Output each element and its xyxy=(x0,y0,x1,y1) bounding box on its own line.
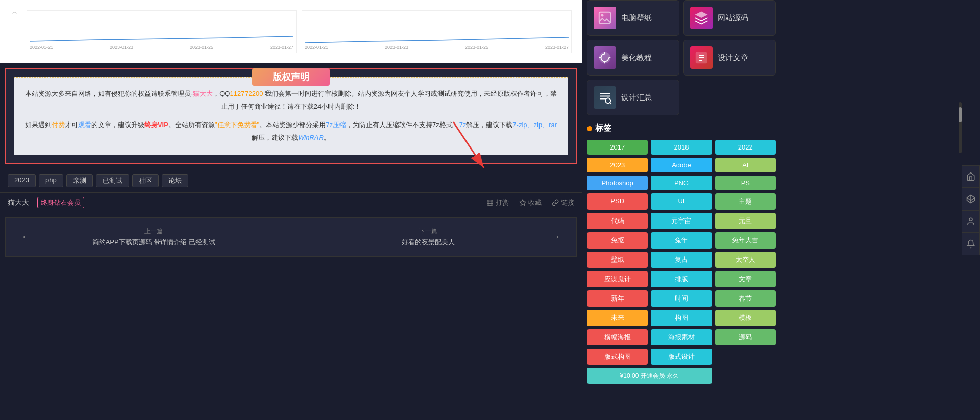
sidebar-tags-section: 标签 2017 2018 2022 2023 Adobe AI Photosho… xyxy=(587,123,776,384)
tag-code[interactable]: 代码 xyxy=(587,213,648,229)
tag-poster-material[interactable]: 海报素材 xyxy=(651,329,712,345)
tag-2023[interactable]: 2023 xyxy=(8,174,36,187)
tag-ui[interactable]: UI xyxy=(651,193,712,210)
copyright-paragraph1: 本站资源大多来自网络，如有侵犯你的权益请联系管理员-猫大大，QQ11277220… xyxy=(24,88,557,113)
tag-2017[interactable]: 2017 xyxy=(587,140,648,155)
tag-new-year-day[interactable]: 元旦 xyxy=(715,213,776,229)
svg-rect-2 xyxy=(487,200,493,206)
copyright-inner: 版权声明 本站资源大多来自网络，如有侵犯你的权益请联系管理员-猫大大，QQ112… xyxy=(14,77,568,155)
tag-php[interactable]: php xyxy=(39,174,63,187)
tag-vintage[interactable]: 复古 xyxy=(651,252,712,268)
user-side-icon[interactable] xyxy=(962,210,980,233)
tag-source-code[interactable]: 源码 xyxy=(715,329,776,345)
tag-template[interactable]: 模板 xyxy=(715,310,776,326)
tag-theme[interactable]: 主题 xyxy=(715,193,776,210)
tag-spring-festival[interactable]: 春节 xyxy=(715,290,776,307)
next-arrow-icon: → xyxy=(550,230,561,243)
post-navigation: ← 上一篇 简约APP下载页源码 带详情介绍 已经测试 下一篇 好看的夜景配美人… xyxy=(5,217,577,257)
sidebar-card-design-article[interactable]: 设计文章 xyxy=(683,40,776,76)
tag-format-design[interactable]: 版式设计 xyxy=(651,349,712,365)
7z-text: 7z压缩 xyxy=(326,121,346,129)
tag-2018[interactable]: 2018 xyxy=(651,140,712,155)
pin-action[interactable]: 打赏 xyxy=(486,198,509,207)
watch-text: 观看 xyxy=(78,121,91,129)
tags-grid: 2017 2018 2022 2023 Adobe AI Photoshop P… xyxy=(587,140,776,384)
collect-action[interactable]: 收藏 xyxy=(519,198,542,207)
design-article-label: 设计文章 xyxy=(718,53,748,63)
tag-rabbit-year[interactable]: 兔年 xyxy=(651,232,712,249)
source-label: 网站源码 xyxy=(718,13,748,23)
summary-thumb xyxy=(594,86,616,109)
svg-point-15 xyxy=(969,218,972,221)
tag-composition[interactable]: 构图 xyxy=(651,310,712,326)
tag-qince[interactable]: 亲测 xyxy=(66,174,93,187)
tag-conspiracy[interactable]: 应谋鬼计 xyxy=(587,271,648,287)
svg-marker-7 xyxy=(520,200,526,205)
zip-links[interactable]: 7-zip、zip、rar xyxy=(512,121,557,129)
design-thumb xyxy=(690,46,713,69)
sidebar-card-beauty[interactable]: 美化教程 xyxy=(587,40,679,76)
tag-ai[interactable]: AI xyxy=(715,158,776,172)
tag-photoshop[interactable]: Photoshop xyxy=(587,176,648,190)
tag-time[interactable]: 时间 xyxy=(651,290,712,307)
link-action[interactable]: 链接 xyxy=(552,198,574,207)
tag-luntan[interactable]: 论坛 xyxy=(162,174,188,187)
tag-png[interactable]: PNG xyxy=(651,176,712,190)
author-actions: 打赏 收藏 链接 xyxy=(486,198,574,207)
scroll-thumb xyxy=(959,107,962,122)
tag-2022[interactable]: 2022 xyxy=(715,140,776,155)
sidebar: 电脑壁纸 网站源码 美化教程 xyxy=(582,0,781,420)
sidebar-card-wallpaper[interactable]: 电脑壁纸 xyxy=(587,0,679,36)
tag-adobe[interactable]: Adobe xyxy=(651,158,712,172)
sidebar-card-summary[interactable]: 设计汇总 xyxy=(587,80,679,115)
tag-yiceshi[interactable]: 已测试 xyxy=(96,174,129,187)
tag-metaverse[interactable]: 元宇宙 xyxy=(651,213,712,229)
wallpaper-label: 电脑壁纸 xyxy=(621,13,652,23)
free-text: "任意下免费看" xyxy=(215,121,259,129)
tag-cutout[interactable]: 免抠 xyxy=(587,232,648,249)
copyright-section: 版权声明 本站资源大多来自网络，如有侵犯你的权益请联系管理员-猫大大，QQ112… xyxy=(5,68,577,164)
svg-point-12 xyxy=(605,98,610,103)
chart-dates-right: 2022-01-212023-01-232023-01-252023-01-27 xyxy=(305,45,569,50)
tag-2023-sidebar[interactable]: 2023 xyxy=(587,158,648,172)
home-side-icon[interactable] xyxy=(962,165,980,188)
next-post-btn[interactable]: 下一篇 好看的夜景配美人 → xyxy=(291,217,577,257)
diamond-side-icon[interactable] xyxy=(962,188,980,210)
copyright-paragraph2: 如果遇到付费才可观看的文章，建议升级终身VIP。全站所有资源"任意下免费看"。本… xyxy=(24,119,557,144)
tags-section-title: 标签 xyxy=(587,123,776,134)
tag-article[interactable]: 文章 xyxy=(715,271,776,287)
bell-side-icon[interactable] xyxy=(962,233,980,255)
tag-wallpaper[interactable]: 壁纸 xyxy=(587,252,648,268)
orange-dot-icon xyxy=(587,126,592,131)
sidebar-card-source[interactable]: 网站源码 xyxy=(683,0,776,36)
tag-price-vip[interactable]: ¥10.00 开通会员·永久 xyxy=(587,368,712,384)
beauty-label: 美化教程 xyxy=(621,53,652,63)
svg-point-9 xyxy=(601,14,604,17)
beauty-thumb xyxy=(594,46,616,69)
tag-future[interactable]: 未来 xyxy=(587,310,648,326)
admin-qq: 112772200 xyxy=(230,90,263,97)
vip-badge: 终身钻石会员 xyxy=(37,197,84,208)
tag-shequ[interactable]: 社区 xyxy=(132,174,159,187)
tag-spaceman[interactable]: 太空人 xyxy=(715,252,776,268)
vip-text: 终身VIP xyxy=(144,121,168,129)
tag-banner[interactable]: 横幅海报 xyxy=(587,329,648,345)
tag-new-year[interactable]: 新年 xyxy=(587,290,648,307)
prev-title: 简约APP下载页源码 带详情介绍 已经测试 xyxy=(92,238,215,246)
tag-layout[interactable]: 排版 xyxy=(651,271,712,287)
author-name: 猫大大 xyxy=(8,198,29,207)
tag-psd[interactable]: PSD xyxy=(587,193,648,210)
summary-label: 设计汇总 xyxy=(621,93,652,103)
tag-rabbit-lucky[interactable]: 兔年大吉 xyxy=(715,232,776,249)
chart-box-left: 2022-01-212023-01-232023-01-252023-01-27 xyxy=(27,10,297,53)
next-title: 好看的夜景配美人 xyxy=(402,238,455,246)
side-icon-panel xyxy=(962,165,980,255)
prev-arrow-icon: ← xyxy=(21,230,32,243)
prev-post-btn[interactable]: ← 上一篇 简约APP下载页源码 带详情介绍 已经测试 xyxy=(5,217,291,257)
tag-format-composition[interactable]: 版式构图 xyxy=(587,349,648,365)
7z-text2: 7z xyxy=(459,121,467,129)
winrar-link[interactable]: WinRAR xyxy=(298,134,324,141)
tag-ps[interactable]: PS xyxy=(715,176,776,190)
next-post-text: 下一篇 好看的夜景配美人 xyxy=(307,227,550,247)
chart-box-right: 2022-01-212023-01-232023-01-252023-01-27 xyxy=(302,10,572,53)
